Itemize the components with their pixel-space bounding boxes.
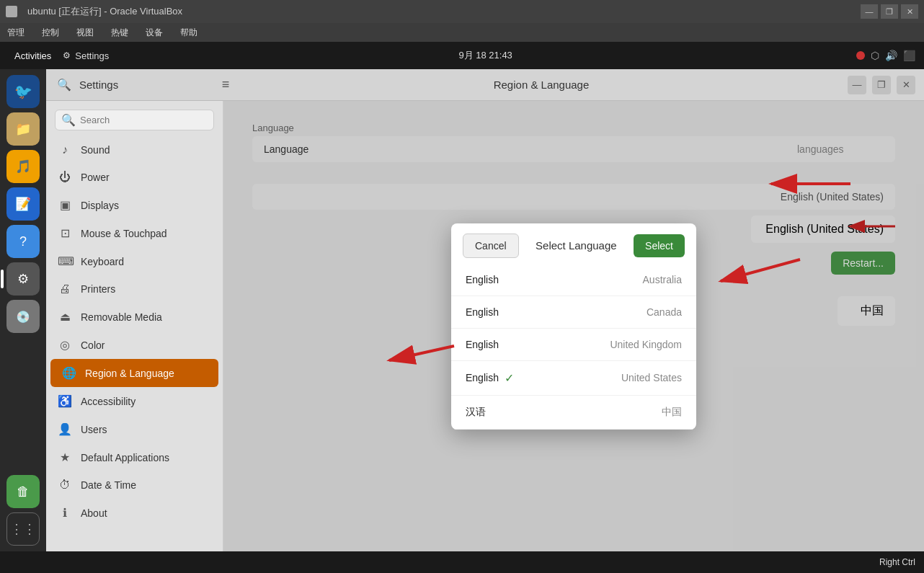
- dock-thunderbird[interactable]: 🐦: [6, 75, 40, 108]
- settings-minimize-btn[interactable]: —: [848, 76, 866, 94]
- displays-icon: ▣: [58, 198, 72, 212]
- dock-help[interactable]: ?: [6, 225, 40, 258]
- modal-select-btn[interactable]: Select: [634, 234, 685, 257]
- ubuntu-taskbar: Activities ⚙ Settings 9月 18 21:43 ⬡ 🔊 ⬛: [0, 42, 924, 69]
- vbox-minimize-btn[interactable]: —: [861, 4, 878, 19]
- lang-name-english-ca: English: [466, 306, 499, 318]
- power-icon: ⏻: [58, 171, 72, 184]
- settings-body: 🔍 ♪ Sound ⏻ Power ▣ Displays ⊡ Mous: [46, 101, 924, 551]
- region-icon: 🌐: [62, 366, 76, 380]
- sidebar-item-accessibility[interactable]: ♿ Accessibility: [46, 387, 223, 415]
- lang-name-chinese: 汉语: [466, 406, 486, 419]
- settings-titlebar: 🔍 Settings ≡ Region & Language — ❐ ✕: [46, 69, 924, 101]
- sidebar-label-power: Power: [81, 172, 110, 183]
- check-mark-us: ✓: [505, 371, 514, 385]
- vbox-title: ubuntu [正在运行] - Oracle VirtualBox: [22, 5, 861, 18]
- sidebar-label-users: Users: [81, 424, 107, 435]
- settings-search-btn[interactable]: 🔍: [55, 76, 74, 94]
- select-language-dialog: Cancel Select Language Select English Au…: [451, 223, 696, 430]
- dock-dvd[interactable]: 💿: [6, 300, 40, 333]
- sidebar-label-removable: Removable Media: [81, 311, 162, 323]
- settings-menu-btn[interactable]: ≡: [216, 76, 235, 94]
- settings-main-title: Region & Language: [235, 79, 848, 91]
- users-icon: 👤: [58, 422, 72, 436]
- lang-region-au: Australia: [643, 274, 682, 285]
- sidebar-item-about[interactable]: ℹ About: [46, 499, 223, 527]
- vbox-win-controls: — ❐ ✕: [861, 4, 918, 19]
- sidebar-label-color: Color: [81, 339, 105, 351]
- sidebar-item-sound[interactable]: ♪ Sound: [46, 136, 223, 164]
- dock-settings[interactable]: ⚙: [6, 262, 40, 296]
- sidebar-item-users[interactable]: 👤 Users: [46, 415, 223, 443]
- accessibility-icon: ♿: [58, 394, 72, 408]
- dock-writer[interactable]: 📝: [6, 187, 40, 221]
- settings-close-btn[interactable]: ✕: [897, 76, 915, 94]
- lang-name-english-uk: English: [466, 339, 499, 350]
- menu-manage[interactable]: 管理: [4, 25, 27, 40]
- lang-item-chinese[interactable]: 汉语 中国: [451, 396, 696, 430]
- modal-cancel-btn[interactable]: Cancel: [463, 234, 519, 258]
- mouse-icon: ⊡: [58, 226, 72, 240]
- menu-devices[interactable]: 设备: [143, 25, 166, 40]
- sidebar-item-region[interactable]: 🌐 Region & Language: [50, 359, 218, 387]
- vbox-icon: [6, 6, 17, 17]
- taskbar-clock: 9月 18 21:43: [115, 49, 856, 62]
- sidebar-label-sound: Sound: [81, 144, 110, 156]
- activities-button[interactable]: Activities: [9, 48, 57, 64]
- settings-win-controls: — ❐ ✕: [848, 76, 915, 94]
- dock-apps[interactable]: ⋮⋮: [6, 512, 40, 546]
- dock-trash[interactable]: 🗑: [6, 475, 40, 508]
- lang-item-english-us[interactable]: English ✓ United States: [451, 361, 696, 396]
- sidebar-item-power[interactable]: ⏻ Power: [46, 164, 223, 191]
- modal-title: Select Language: [525, 239, 628, 252]
- lang-item-english-uk[interactable]: English United Kingdom: [451, 329, 696, 361]
- dock-files[interactable]: 📁: [6, 112, 40, 146]
- sidebar-item-keyboard[interactable]: ⌨ Keyboard: [46, 247, 223, 275]
- modal-language-list: English Australia English Canada English…: [451, 264, 696, 430]
- sidebar-label-about: About: [81, 507, 107, 519]
- menu-view[interactable]: 视图: [74, 25, 97, 40]
- default-apps-icon: ★: [58, 450, 72, 464]
- modal-overlay: Cancel Select Language Select English Au…: [223, 101, 924, 551]
- sidebar-label-region: Region & Language: [85, 368, 174, 379]
- right-ctrl-label: Right Ctrl: [879, 557, 915, 567]
- sidebar-search[interactable]: 🔍: [55, 110, 214, 130]
- sidebar-label-keyboard: Keyboard: [81, 256, 124, 267]
- sidebar-item-mouse[interactable]: ⊡ Mouse & Touchpad: [46, 219, 223, 247]
- lang-region-uk: United Kingdom: [610, 339, 682, 350]
- sidebar-item-displays[interactable]: ▣ Displays: [46, 191, 223, 219]
- vbox-maximize-btn[interactable]: ❐: [881, 4, 898, 19]
- lang-region-chinese: 中国: [662, 406, 682, 419]
- color-icon: ◎: [58, 338, 72, 352]
- sidebar-item-default-apps[interactable]: ★ Default Applications: [46, 443, 223, 471]
- sidebar-label-datetime: Date & Time: [81, 479, 136, 491]
- sidebar-item-datetime[interactable]: ⏱ Date & Time: [46, 471, 223, 499]
- sidebar-item-removable[interactable]: ⏏ Removable Media: [46, 303, 223, 331]
- network-error-icon: [856, 51, 865, 60]
- search-input[interactable]: [80, 115, 208, 125]
- settings-sidebar: 🔍 ♪ Sound ⏻ Power ▣ Displays ⊡ Mous: [46, 101, 223, 551]
- keyboard-icon: ⌨: [58, 254, 72, 268]
- taskbar-settings-label: Settings: [75, 50, 109, 61]
- settings-maximize-btn[interactable]: ❐: [872, 76, 891, 94]
- menu-hotkey[interactable]: 热键: [108, 25, 131, 40]
- search-icon: 🔍: [61, 113, 76, 127]
- about-icon: ℹ: [58, 506, 72, 520]
- taskbar-settings[interactable]: ⚙ Settings: [57, 48, 115, 64]
- datetime-icon: ⏱: [58, 479, 72, 492]
- sidebar-label-mouse: Mouse & Touchpad: [81, 228, 167, 239]
- taskbar-right: ⬡ 🔊 ⬛: [856, 50, 915, 61]
- menu-help[interactable]: 帮助: [177, 25, 200, 40]
- vbox-close-btn[interactable]: ✕: [901, 4, 918, 19]
- lang-item-english-ca[interactable]: English Canada: [451, 296, 696, 329]
- lang-item-english-au[interactable]: English Australia: [451, 264, 696, 296]
- lang-name-english-us: English ✓: [466, 371, 514, 385]
- dock-rhythmbox[interactable]: 🎵: [6, 150, 40, 183]
- sidebar-item-printers[interactable]: 🖨 Printers: [46, 275, 223, 303]
- settings-window: 🔍 Settings ≡ Region & Language — ❐ ✕ 🔍 ♪: [46, 69, 924, 551]
- sidebar-item-color[interactable]: ◎ Color: [46, 331, 223, 359]
- main-area: 🐦 📁 🎵 📝 ? ⚙ 💿 🗑 ⋮⋮ 🔍: [0, 69, 924, 551]
- menu-control[interactable]: 控制: [39, 25, 62, 40]
- volume-icon: 🔊: [885, 50, 897, 61]
- settings-main-panel: Language Language English (United States…: [223, 101, 924, 551]
